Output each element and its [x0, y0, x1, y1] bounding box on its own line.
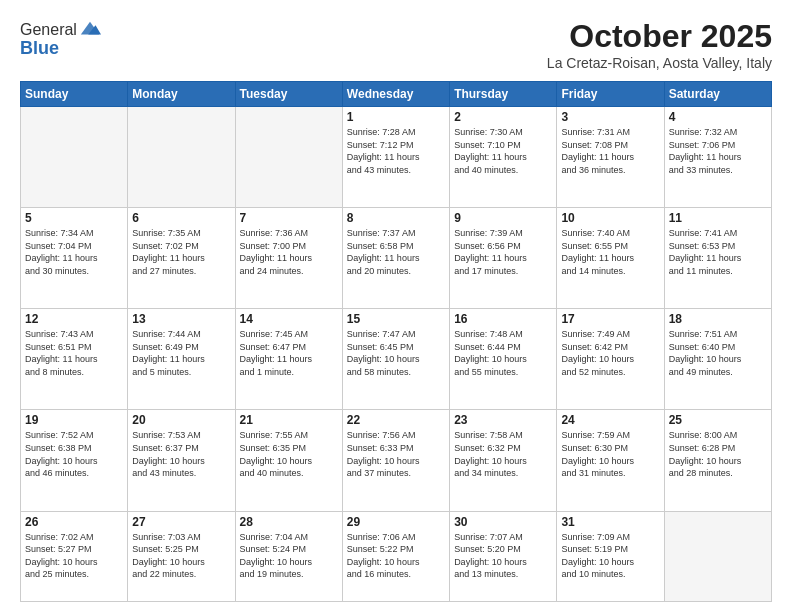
- day-info: Sunrise: 7:52 AM Sunset: 6:38 PM Dayligh…: [25, 429, 123, 479]
- day-number: 21: [240, 413, 338, 427]
- day-info: Sunrise: 7:30 AM Sunset: 7:10 PM Dayligh…: [454, 126, 552, 176]
- day-cell: 8Sunrise: 7:37 AM Sunset: 6:58 PM Daylig…: [342, 208, 449, 309]
- day-number: 3: [561, 110, 659, 124]
- title-block: October 2025 La Cretaz-Roisan, Aosta Val…: [547, 18, 772, 71]
- day-info: Sunrise: 8:00 AM Sunset: 6:28 PM Dayligh…: [669, 429, 767, 479]
- day-cell: 6Sunrise: 7:35 AM Sunset: 7:02 PM Daylig…: [128, 208, 235, 309]
- day-number: 8: [347, 211, 445, 225]
- calendar-table: SundayMondayTuesdayWednesdayThursdayFrid…: [20, 81, 772, 602]
- day-info: Sunrise: 7:44 AM Sunset: 6:49 PM Dayligh…: [132, 328, 230, 378]
- day-info: Sunrise: 7:55 AM Sunset: 6:35 PM Dayligh…: [240, 429, 338, 479]
- week-row-1: 1Sunrise: 7:28 AM Sunset: 7:12 PM Daylig…: [21, 107, 772, 208]
- day-number: 15: [347, 312, 445, 326]
- day-info: Sunrise: 7:35 AM Sunset: 7:02 PM Dayligh…: [132, 227, 230, 277]
- day-cell: 20Sunrise: 7:53 AM Sunset: 6:37 PM Dayli…: [128, 410, 235, 511]
- day-info: Sunrise: 7:36 AM Sunset: 7:00 PM Dayligh…: [240, 227, 338, 277]
- day-cell: 5Sunrise: 7:34 AM Sunset: 7:04 PM Daylig…: [21, 208, 128, 309]
- day-info: Sunrise: 7:32 AM Sunset: 7:06 PM Dayligh…: [669, 126, 767, 176]
- day-number: 7: [240, 211, 338, 225]
- day-cell: 3Sunrise: 7:31 AM Sunset: 7:08 PM Daylig…: [557, 107, 664, 208]
- weekday-header-saturday: Saturday: [664, 82, 771, 107]
- weekday-header-monday: Monday: [128, 82, 235, 107]
- day-cell: 22Sunrise: 7:56 AM Sunset: 6:33 PM Dayli…: [342, 410, 449, 511]
- day-number: 29: [347, 515, 445, 529]
- day-number: 14: [240, 312, 338, 326]
- day-cell: [664, 511, 771, 602]
- day-info: Sunrise: 7:09 AM Sunset: 5:19 PM Dayligh…: [561, 531, 659, 581]
- day-info: Sunrise: 7:34 AM Sunset: 7:04 PM Dayligh…: [25, 227, 123, 277]
- day-info: Sunrise: 7:45 AM Sunset: 6:47 PM Dayligh…: [240, 328, 338, 378]
- day-info: Sunrise: 7:43 AM Sunset: 6:51 PM Dayligh…: [25, 328, 123, 378]
- day-number: 19: [25, 413, 123, 427]
- logo-blue-text: Blue: [20, 38, 101, 59]
- day-number: 23: [454, 413, 552, 427]
- day-cell: 26Sunrise: 7:02 AM Sunset: 5:27 PM Dayli…: [21, 511, 128, 602]
- day-info: Sunrise: 7:56 AM Sunset: 6:33 PM Dayligh…: [347, 429, 445, 479]
- day-cell: 29Sunrise: 7:06 AM Sunset: 5:22 PM Dayli…: [342, 511, 449, 602]
- weekday-header-tuesday: Tuesday: [235, 82, 342, 107]
- day-number: 24: [561, 413, 659, 427]
- day-info: Sunrise: 7:07 AM Sunset: 5:20 PM Dayligh…: [454, 531, 552, 581]
- day-cell: 17Sunrise: 7:49 AM Sunset: 6:42 PM Dayli…: [557, 309, 664, 410]
- day-number: 26: [25, 515, 123, 529]
- day-number: 22: [347, 413, 445, 427]
- header: General Blue October 2025 La Cretaz-Rois…: [20, 18, 772, 71]
- day-number: 2: [454, 110, 552, 124]
- week-row-3: 12Sunrise: 7:43 AM Sunset: 6:51 PM Dayli…: [21, 309, 772, 410]
- weekday-header-thursday: Thursday: [450, 82, 557, 107]
- day-cell: 27Sunrise: 7:03 AM Sunset: 5:25 PM Dayli…: [128, 511, 235, 602]
- week-row-5: 26Sunrise: 7:02 AM Sunset: 5:27 PM Dayli…: [21, 511, 772, 602]
- day-info: Sunrise: 7:51 AM Sunset: 6:40 PM Dayligh…: [669, 328, 767, 378]
- day-cell: [235, 107, 342, 208]
- day-number: 9: [454, 211, 552, 225]
- day-number: 1: [347, 110, 445, 124]
- day-cell: 1Sunrise: 7:28 AM Sunset: 7:12 PM Daylig…: [342, 107, 449, 208]
- day-number: 13: [132, 312, 230, 326]
- day-cell: [128, 107, 235, 208]
- day-cell: 10Sunrise: 7:40 AM Sunset: 6:55 PM Dayli…: [557, 208, 664, 309]
- day-cell: 18Sunrise: 7:51 AM Sunset: 6:40 PM Dayli…: [664, 309, 771, 410]
- day-info: Sunrise: 7:37 AM Sunset: 6:58 PM Dayligh…: [347, 227, 445, 277]
- day-number: 31: [561, 515, 659, 529]
- day-cell: 25Sunrise: 8:00 AM Sunset: 6:28 PM Dayli…: [664, 410, 771, 511]
- week-row-4: 19Sunrise: 7:52 AM Sunset: 6:38 PM Dayli…: [21, 410, 772, 511]
- day-cell: 28Sunrise: 7:04 AM Sunset: 5:24 PM Dayli…: [235, 511, 342, 602]
- day-number: 28: [240, 515, 338, 529]
- week-row-2: 5Sunrise: 7:34 AM Sunset: 7:04 PM Daylig…: [21, 208, 772, 309]
- day-cell: 4Sunrise: 7:32 AM Sunset: 7:06 PM Daylig…: [664, 107, 771, 208]
- day-number: 25: [669, 413, 767, 427]
- weekday-header-friday: Friday: [557, 82, 664, 107]
- day-cell: 13Sunrise: 7:44 AM Sunset: 6:49 PM Dayli…: [128, 309, 235, 410]
- day-info: Sunrise: 7:48 AM Sunset: 6:44 PM Dayligh…: [454, 328, 552, 378]
- weekday-header-sunday: Sunday: [21, 82, 128, 107]
- weekday-header-wednesday: Wednesday: [342, 82, 449, 107]
- day-info: Sunrise: 7:02 AM Sunset: 5:27 PM Dayligh…: [25, 531, 123, 581]
- logo-general-text: General: [20, 21, 77, 39]
- logo: General Blue: [20, 18, 101, 59]
- day-info: Sunrise: 7:49 AM Sunset: 6:42 PM Dayligh…: [561, 328, 659, 378]
- day-cell: 2Sunrise: 7:30 AM Sunset: 7:10 PM Daylig…: [450, 107, 557, 208]
- day-cell: 9Sunrise: 7:39 AM Sunset: 6:56 PM Daylig…: [450, 208, 557, 309]
- day-info: Sunrise: 7:03 AM Sunset: 5:25 PM Dayligh…: [132, 531, 230, 581]
- day-cell: 7Sunrise: 7:36 AM Sunset: 7:00 PM Daylig…: [235, 208, 342, 309]
- day-cell: 15Sunrise: 7:47 AM Sunset: 6:45 PM Dayli…: [342, 309, 449, 410]
- day-number: 4: [669, 110, 767, 124]
- day-cell: 14Sunrise: 7:45 AM Sunset: 6:47 PM Dayli…: [235, 309, 342, 410]
- day-info: Sunrise: 7:53 AM Sunset: 6:37 PM Dayligh…: [132, 429, 230, 479]
- day-number: 10: [561, 211, 659, 225]
- day-number: 12: [25, 312, 123, 326]
- day-number: 20: [132, 413, 230, 427]
- day-number: 6: [132, 211, 230, 225]
- day-cell: 21Sunrise: 7:55 AM Sunset: 6:35 PM Dayli…: [235, 410, 342, 511]
- day-cell: 30Sunrise: 7:07 AM Sunset: 5:20 PM Dayli…: [450, 511, 557, 602]
- day-cell: 12Sunrise: 7:43 AM Sunset: 6:51 PM Dayli…: [21, 309, 128, 410]
- day-info: Sunrise: 7:28 AM Sunset: 7:12 PM Dayligh…: [347, 126, 445, 176]
- day-cell: 31Sunrise: 7:09 AM Sunset: 5:19 PM Dayli…: [557, 511, 664, 602]
- day-info: Sunrise: 7:04 AM Sunset: 5:24 PM Dayligh…: [240, 531, 338, 581]
- day-info: Sunrise: 7:47 AM Sunset: 6:45 PM Dayligh…: [347, 328, 445, 378]
- weekday-header-row: SundayMondayTuesdayWednesdayThursdayFrid…: [21, 82, 772, 107]
- day-cell: 24Sunrise: 7:59 AM Sunset: 6:30 PM Dayli…: [557, 410, 664, 511]
- day-number: 30: [454, 515, 552, 529]
- day-number: 11: [669, 211, 767, 225]
- logo-icon: [79, 18, 101, 40]
